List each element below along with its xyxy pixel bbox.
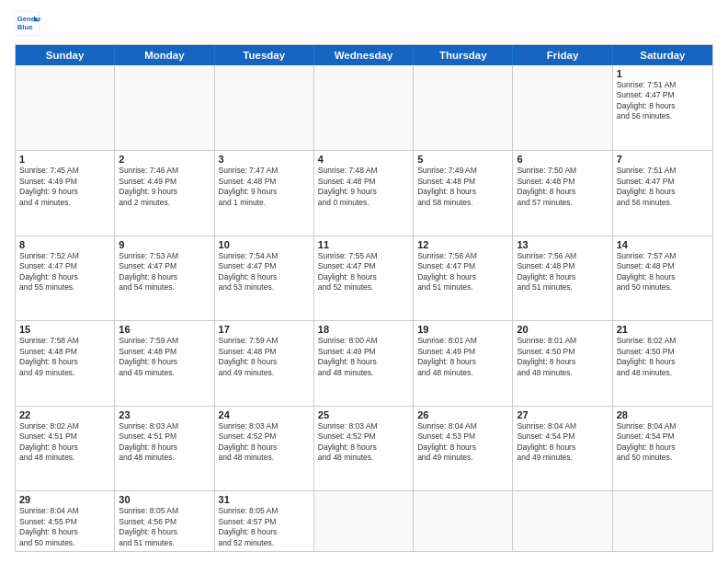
day-number: 25 bbox=[318, 409, 409, 420]
day-info-text: Sunset: 4:56 PM bbox=[119, 517, 210, 527]
calendar-cell: 15Sunrise: 7:58 AMSunset: 4:48 PMDayligh… bbox=[16, 321, 115, 405]
day-info-text: Daylight: 8 hours bbox=[219, 527, 310, 537]
day-number: 24 bbox=[219, 409, 310, 420]
day-info-text: and 51 minutes. bbox=[417, 282, 508, 293]
calendar-cell bbox=[414, 65, 513, 150]
calendar-cell: 16Sunrise: 7:59 AMSunset: 4:48 PMDayligh… bbox=[115, 321, 214, 405]
calendar-cell: 2Sunrise: 7:46 AMSunset: 4:49 PMDaylight… bbox=[115, 151, 214, 235]
day-info-text: Sunrise: 7:58 AM bbox=[19, 336, 110, 346]
day-info-text: and 48 minutes. bbox=[219, 453, 310, 463]
day-info-text: and 48 minutes. bbox=[517, 368, 608, 378]
day-info-text: and 0 minutes. bbox=[318, 198, 409, 208]
calendar-cell: 5Sunrise: 7:49 AMSunset: 4:48 PMDaylight… bbox=[414, 151, 513, 235]
day-info-text: and 51 minutes. bbox=[119, 538, 210, 548]
day-info-text: Daylight: 8 hours bbox=[318, 272, 409, 282]
calendar-cell: 23Sunrise: 8:03 AMSunset: 4:51 PMDayligh… bbox=[115, 407, 214, 490]
day-number: 9 bbox=[119, 239, 210, 250]
day-info-text: Sunrise: 8:02 AM bbox=[617, 336, 709, 346]
day-number: 30 bbox=[119, 494, 210, 505]
day-info-text: Daylight: 9 hours bbox=[119, 187, 210, 197]
day-info-text: Sunrise: 7:46 AM bbox=[119, 166, 210, 176]
day-info-text: Sunrise: 8:03 AM bbox=[219, 421, 310, 431]
day-info-text: Sunset: 4:47 PM bbox=[219, 261, 310, 271]
day-info-text: Sunset: 4:48 PM bbox=[517, 261, 608, 271]
day-info-text: Sunrise: 8:04 AM bbox=[617, 421, 709, 431]
page-container: General Blue SundayMondayTuesdayWednesda… bbox=[0, 0, 728, 563]
day-info-text: Sunrise: 7:54 AM bbox=[219, 251, 310, 261]
day-info-text: Sunset: 4:48 PM bbox=[617, 261, 709, 271]
day-number: 19 bbox=[417, 324, 508, 335]
day-info-text: and 48 minutes. bbox=[318, 368, 409, 378]
day-info-text: Sunset: 4:48 PM bbox=[219, 177, 310, 187]
day-info-text: Sunset: 4:48 PM bbox=[219, 347, 310, 357]
day-info-text: Sunrise: 8:05 AM bbox=[119, 506, 210, 516]
calendar-cell: 17Sunrise: 7:59 AMSunset: 4:48 PMDayligh… bbox=[215, 321, 314, 405]
calendar-cell: 3Sunrise: 7:47 AMSunset: 4:48 PMDaylight… bbox=[215, 151, 314, 235]
day-info-text: Daylight: 8 hours bbox=[318, 357, 409, 367]
day-info-text: Daylight: 8 hours bbox=[19, 357, 110, 367]
day-info-text: and 55 minutes. bbox=[19, 282, 110, 293]
day-info-text: Sunset: 4:49 PM bbox=[417, 347, 508, 357]
day-info-text: Sunset: 4:49 PM bbox=[119, 177, 210, 187]
day-number: 5 bbox=[417, 154, 508, 165]
day-number: 3 bbox=[219, 154, 310, 165]
day-number: 21 bbox=[617, 324, 709, 335]
day-info-text: Sunset: 4:48 PM bbox=[517, 177, 608, 187]
calendar-cell: 22Sunrise: 8:02 AMSunset: 4:51 PMDayligh… bbox=[16, 407, 115, 490]
day-info-text: and 56 minutes. bbox=[617, 198, 709, 208]
day-info-text: Sunrise: 7:59 AM bbox=[219, 336, 310, 346]
day-info-text: Sunrise: 7:51 AM bbox=[617, 80, 709, 90]
day-info-text: and 49 minutes. bbox=[517, 453, 608, 463]
day-info-text: Daylight: 9 hours bbox=[219, 187, 310, 197]
day-info-text: and 52 minutes. bbox=[318, 282, 409, 293]
day-info-text: Sunrise: 7:56 AM bbox=[517, 251, 608, 261]
day-info-text: Sunset: 4:48 PM bbox=[119, 347, 210, 357]
day-info-text: and 49 minutes. bbox=[19, 368, 110, 378]
day-info-text: Sunset: 4:48 PM bbox=[19, 347, 110, 357]
day-of-week-header: Saturday bbox=[613, 45, 712, 65]
day-number: 18 bbox=[318, 324, 409, 335]
calendar-cell bbox=[414, 491, 513, 551]
day-info-text: and 48 minutes. bbox=[417, 368, 508, 378]
calendar-cell bbox=[314, 65, 414, 150]
day-info-text: and 49 minutes. bbox=[417, 453, 508, 463]
day-info-text: Daylight: 8 hours bbox=[19, 442, 110, 453]
day-info-text: Sunset: 4:48 PM bbox=[417, 177, 508, 187]
calendar-cell: 26Sunrise: 8:04 AMSunset: 4:53 PMDayligh… bbox=[414, 407, 513, 490]
day-info-text: Sunrise: 7:55 AM bbox=[318, 251, 409, 261]
calendar-cell: 12Sunrise: 7:56 AMSunset: 4:47 PMDayligh… bbox=[414, 236, 513, 320]
day-info-text: Sunset: 4:47 PM bbox=[617, 177, 709, 187]
day-info-text: and 51 minutes. bbox=[517, 282, 608, 293]
day-number: 11 bbox=[318, 239, 409, 250]
day-info-text: Daylight: 8 hours bbox=[517, 442, 608, 453]
day-info-text: Daylight: 8 hours bbox=[19, 272, 110, 282]
calendar-cell bbox=[16, 65, 115, 150]
day-info-text: and 48 minutes. bbox=[318, 453, 409, 463]
day-number: 28 bbox=[617, 409, 709, 420]
day-info-text: Sunrise: 8:01 AM bbox=[417, 336, 508, 346]
day-info-text: and 56 minutes. bbox=[617, 111, 709, 121]
day-info-text: Daylight: 8 hours bbox=[517, 187, 608, 197]
svg-text:Blue: Blue bbox=[17, 23, 33, 31]
calendar-cell: 11Sunrise: 7:55 AMSunset: 4:47 PMDayligh… bbox=[314, 236, 414, 320]
day-info-text: Sunset: 4:49 PM bbox=[19, 177, 110, 187]
day-info-text: Sunset: 4:48 PM bbox=[318, 177, 409, 187]
day-info-text: and 4 minutes. bbox=[19, 198, 110, 208]
day-info-text: Sunrise: 8:04 AM bbox=[517, 421, 608, 431]
calendar-cell bbox=[513, 65, 612, 150]
calendar-cell: 31Sunrise: 8:05 AMSunset: 4:57 PMDayligh… bbox=[215, 491, 314, 551]
calendar-header: SundayMondayTuesdayWednesdayThursdayFrid… bbox=[16, 45, 712, 65]
day-info-text: Sunrise: 7:49 AM bbox=[417, 166, 508, 176]
day-info-text: Sunset: 4:47 PM bbox=[119, 261, 210, 271]
day-number: 23 bbox=[119, 409, 210, 420]
day-number: 1 bbox=[19, 154, 110, 165]
day-info-text: Daylight: 8 hours bbox=[219, 357, 310, 367]
day-info-text: Sunrise: 8:04 AM bbox=[19, 506, 110, 516]
day-info-text: Daylight: 8 hours bbox=[19, 527, 110, 537]
day-info-text: and 57 minutes. bbox=[517, 198, 608, 208]
day-info-text: Sunrise: 8:01 AM bbox=[517, 336, 608, 346]
day-info-text: Sunset: 4:47 PM bbox=[19, 261, 110, 271]
day-of-week-header: Monday bbox=[115, 45, 214, 65]
day-info-text: and 50 minutes. bbox=[617, 282, 709, 293]
day-info-text: Sunrise: 8:00 AM bbox=[318, 336, 409, 346]
